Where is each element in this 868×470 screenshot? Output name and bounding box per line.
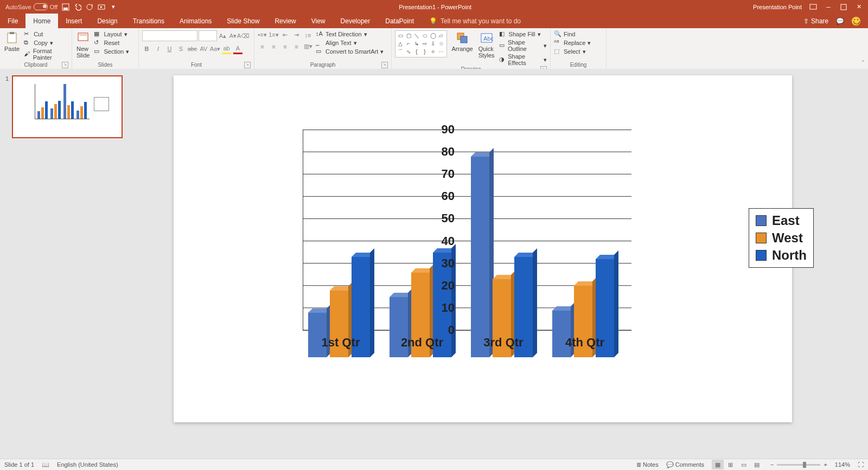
quick-styles-button[interactable]: Abc Quick Styles — [477, 30, 496, 60]
tab-animations[interactable]: Animations — [172, 14, 219, 28]
decrease-font-icon[interactable]: A▾ — [228, 31, 238, 41]
change-case-icon[interactable]: Aa▾ — [210, 44, 220, 54]
highlight-icon[interactable]: ab — [222, 43, 231, 54]
strikethrough-button[interactable]: abc — [188, 44, 197, 54]
tab-transitions[interactable]: Transitions — [125, 14, 172, 28]
increase-indent-icon[interactable]: ⇥ — [292, 30, 301, 40]
font-name-combo[interactable] — [142, 30, 197, 41]
redo-icon[interactable] — [86, 3, 93, 11]
paste-button[interactable]: Paste — [3, 30, 21, 53]
share-button[interactable]: ⇪ Share — [803, 17, 828, 25]
slide-canvas-area[interactable]: 0102030405060708090 1st Qtr2nd Qtr3rd Qt… — [141, 69, 868, 459]
shapes-gallery[interactable]: ▭▢＼⬭◯▱ △⌐↳⇨⇩☆ ⌒∿{}✧⋯ — [395, 30, 447, 57]
align-center-icon[interactable]: ≡ — [269, 42, 278, 51]
minimize-icon[interactable]: ─ — [825, 3, 832, 11]
text-direction-button[interactable]: ↕AText Direction ▾ — [316, 30, 384, 38]
new-slide-icon — [76, 31, 90, 44]
tab-datapoint[interactable]: DataPoint — [378, 14, 422, 28]
tab-developer[interactable]: Developer — [333, 14, 378, 28]
character-spacing-icon[interactable]: AV — [199, 44, 208, 54]
align-left-icon[interactable]: ≡ — [258, 42, 267, 51]
spellcheck-icon[interactable]: 📖 — [42, 461, 49, 468]
tab-view[interactable]: View — [304, 14, 333, 28]
close-icon[interactable]: ✕ — [855, 3, 863, 11]
tab-home[interactable]: Home — [25, 14, 58, 28]
arrange-button[interactable]: Arrange — [450, 30, 474, 53]
autosave-toggle[interactable]: AutoSave Off — [5, 3, 58, 10]
align-right-icon[interactable]: ≡ — [280, 42, 290, 51]
slide-sorter-view-icon[interactable]: ⊞ — [725, 460, 737, 469]
notes-button[interactable]: ≣ Notes — [636, 461, 659, 468]
comments-icon[interactable]: 💬 — [836, 17, 844, 25]
reading-view-icon[interactable]: ▭ — [738, 460, 750, 469]
columns-icon[interactable]: ▥▾ — [303, 42, 312, 51]
layout-button[interactable]: ▦Layout ▾ — [94, 30, 129, 38]
italic-button[interactable]: I — [154, 44, 163, 54]
convert-smartart-button[interactable]: ▭Convert to SmartArt ▾ — [316, 48, 384, 55]
shape-outline-button[interactable]: ▭Shape Outline ▾ — [499, 39, 547, 52]
collapse-ribbon-icon[interactable]: ˄ — [858, 28, 868, 69]
slideshow-view-icon[interactable]: ▤ — [751, 460, 763, 469]
zoom-in-icon[interactable]: + — [824, 461, 827, 468]
slide-1[interactable]: 0102030405060708090 1st Qtr2nd Qtr3rd Qt… — [174, 75, 792, 422]
chart-legend[interactable]: EastWestNorth — [749, 208, 814, 268]
shape-fill-button[interactable]: ◧Shape Fill ▾ — [499, 30, 547, 38]
tab-design[interactable]: Design — [90, 14, 125, 28]
justify-icon[interactable]: ≡ — [292, 42, 301, 51]
tell-me-search[interactable]: 💡 Tell me what you want to do — [422, 14, 521, 28]
find-button[interactable]: 🔍Find — [554, 30, 603, 38]
reset-button[interactable]: ↺Reset — [94, 39, 129, 47]
replace-button[interactable]: ᴬᴮReplace ▾ — [554, 39, 603, 47]
font-color-icon[interactable]: A — [233, 43, 242, 54]
tab-slide-show[interactable]: Slide Show — [219, 14, 267, 28]
legend-item-north[interactable]: North — [756, 247, 807, 264]
clipboard-dialog-launcher[interactable]: ↘ — [62, 62, 68, 68]
comments-button[interactable]: 💬 Comments — [666, 461, 704, 468]
bold-button[interactable]: B — [142, 44, 151, 54]
legend-item-east[interactable]: East — [756, 212, 807, 229]
tab-file[interactable]: File — [0, 14, 25, 28]
bullets-icon[interactable]: •≡▾ — [258, 30, 267, 40]
increase-font-icon[interactable]: A▴ — [218, 31, 227, 41]
cut-button[interactable]: ✂Cut — [24, 30, 68, 38]
shape-effects-button[interactable]: ◑Shape Effects ▾ — [499, 53, 547, 66]
decrease-indent-icon[interactable]: ⇤ — [280, 30, 290, 40]
save-icon[interactable] — [62, 3, 69, 11]
slide-thumbnail-1[interactable] — [12, 75, 123, 138]
bar-east-3[interactable] — [471, 157, 489, 357]
clear-formatting-icon[interactable]: A⌫ — [239, 31, 248, 41]
font-dialog-launcher[interactable]: ↘ — [244, 62, 251, 68]
copy-button[interactable]: ⧉Copy ▾ — [24, 39, 68, 47]
scissors-icon: ✂ — [24, 30, 31, 38]
slide-thumbnail-pane[interactable]: 1 — [0, 69, 141, 459]
select-button[interactable]: ⬚Select ▾ — [554, 48, 603, 55]
zoom-out-icon[interactable]: − — [770, 461, 774, 468]
new-slide-button[interactable]: New Slide — [75, 30, 91, 60]
legend-item-west[interactable]: West — [756, 229, 807, 247]
undo-icon[interactable] — [74, 3, 81, 11]
normal-view-icon[interactable]: ▦ — [712, 460, 724, 469]
font-size-combo[interactable] — [199, 30, 217, 41]
tab-insert[interactable]: Insert — [58, 14, 90, 28]
underline-button[interactable]: U — [165, 44, 174, 54]
paragraph-dialog-launcher[interactable]: ↘ — [381, 62, 388, 68]
format-painter-button[interactable]: 🖌Format Painter — [24, 48, 68, 61]
numbering-icon[interactable]: 1≡▾ — [269, 30, 278, 40]
section-button[interactable]: ▭Section ▾ — [94, 48, 129, 55]
line-spacing-icon[interactable]: ↕≡ — [303, 30, 312, 40]
shadow-button[interactable]: S — [176, 44, 186, 54]
zoom-percent[interactable]: 114% — [835, 461, 850, 468]
maximize-icon[interactable] — [840, 3, 847, 11]
language-indicator[interactable]: English (United States) — [57, 461, 118, 468]
bar-chart[interactable]: 0102030405060708090 1st Qtr2nd Qtr3rd Qt… — [266, 130, 787, 357]
bar-east-1[interactable] — [308, 313, 327, 357]
align-text-button[interactable]: ⎯Align Text ▾ — [316, 39, 384, 47]
start-from-beginning-icon[interactable] — [98, 3, 105, 11]
feedback-smiley-icon[interactable] — [852, 17, 860, 25]
zoom-slider[interactable]: − + — [770, 461, 827, 468]
fit-to-window-icon[interactable]: ⛶ — [858, 461, 864, 468]
qat-customize-icon[interactable]: ▾ — [110, 3, 117, 11]
bar-east-4[interactable] — [552, 311, 571, 357]
tab-review[interactable]: Review — [267, 14, 303, 28]
ribbon-display-options-icon[interactable] — [809, 3, 817, 11]
